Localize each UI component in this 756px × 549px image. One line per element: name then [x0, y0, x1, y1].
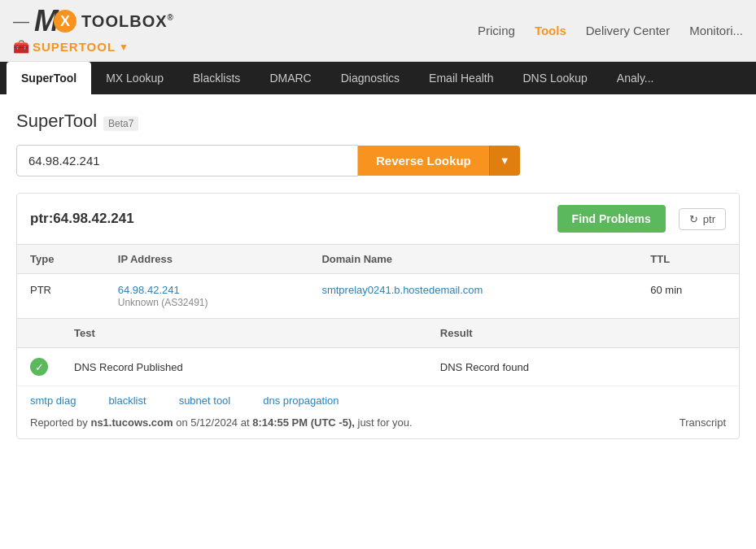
tab-dmarc[interactable]: DMARC	[255, 62, 326, 94]
test-name-cell: DNS Record Published	[61, 348, 427, 386]
test-result-cell: DNS Record found	[427, 348, 739, 386]
domain-link[interactable]: smtprelay0241.b.hostedemail.com	[321, 284, 483, 296]
test-table: Test Result ✓ DNS Record Published DNS R…	[17, 318, 739, 386]
report-text: Reported by ns1.tucows.com on 5/12/2024 …	[30, 416, 413, 429]
ptr-title: ptr:64.98.42.241	[30, 211, 134, 227]
footer-subnet-tool[interactable]: subnet tool	[179, 394, 231, 407]
ptr-refresh-button[interactable]: ↻ ptr	[679, 208, 726, 230]
tab-dns-lookup[interactable]: DNS Lookup	[508, 62, 601, 94]
find-problems-button[interactable]: Find Problems	[557, 205, 666, 233]
tab-blacklists[interactable]: Blacklists	[178, 62, 255, 94]
main-content: SuperTool Beta7 Reverse Lookup ▼ ptr:64.…	[0, 94, 756, 455]
cell-ttl: 60 min	[637, 274, 739, 319]
search-row: Reverse Lookup ▼	[16, 145, 740, 176]
header: — M X TOOLBOX® 🧰 SUPERTOOL ▼ Pricing Too…	[0, 0, 756, 62]
test-status-cell: ✓	[17, 348, 61, 386]
logo-toolbox-text: TOOLBOX®	[81, 12, 174, 31]
tab-email-health[interactable]: Email Health	[414, 62, 508, 94]
report-time: 8:14:55 PM (UTC -5),	[252, 416, 355, 429]
just-for-you-link[interactable]: just for you	[358, 416, 410, 429]
logo-area: — M X TOOLBOX®	[13, 7, 174, 36]
nav-monitoring[interactable]: Monitori...	[689, 24, 743, 37]
footer-links: smtp diag blacklist subnet tool dns prop…	[17, 386, 739, 412]
nav-delivery-center[interactable]: Delivery Center	[586, 24, 670, 37]
footer-blacklist[interactable]: blacklist	[108, 394, 146, 407]
page-title-text: SuperTool	[16, 111, 97, 132]
reverse-lookup-button[interactable]: Reverse Lookup	[358, 146, 489, 176]
ptr-badge-label: ptr	[703, 213, 715, 225]
tab-diagnostics[interactable]: Diagnostics	[326, 62, 414, 94]
ip-link[interactable]: 64.98.42.241	[118, 284, 180, 296]
beta-badge: Beta7	[103, 116, 138, 131]
page-title: SuperTool Beta7	[16, 111, 740, 132]
logo-dash-icon: —	[13, 12, 29, 31]
test-row: ✓ DNS Record Published DNS Record found	[17, 348, 739, 386]
col-type: Type	[17, 245, 105, 274]
lookup-btn-group: Reverse Lookup ▼	[358, 146, 520, 176]
supertool-label-area[interactable]: 🧰 SUPERTOOL ▼	[13, 39, 174, 54]
col-test: Test	[61, 319, 427, 348]
col-domain: Domain Name	[308, 245, 637, 274]
search-input[interactable]	[16, 145, 358, 176]
toolbox-label: TOOLBOX	[81, 12, 168, 30]
lookup-dropdown-button[interactable]: ▼	[489, 146, 520, 176]
col-ttl: TTL	[637, 245, 739, 274]
logo-reg: ®	[168, 13, 174, 22]
col-status-icon	[17, 319, 61, 348]
transcript-link[interactable]: Transcript	[680, 416, 726, 429]
ns-link: ns1.tucows.com	[90, 416, 173, 429]
col-ip: IP Address	[105, 245, 309, 274]
refresh-icon: ↻	[689, 213, 698, 225]
pass-icon: ✓	[30, 358, 48, 376]
logo-x-letter: X	[60, 13, 70, 30]
footer-report: Reported by ns1.tucows.com on 5/12/2024 …	[17, 412, 739, 438]
result-table: Type IP Address Domain Name TTL PTR 64.9…	[17, 244, 739, 318]
nav-tools[interactable]: Tools	[535, 24, 566, 37]
tab-bar: SuperTool MX Lookup Blacklists DMARC Dia…	[0, 62, 756, 94]
logo-x-circle: X	[54, 10, 76, 33]
ip-info: Unknown (AS32491)	[118, 297, 208, 308]
supertool-dropdown-arrow[interactable]: ▼	[119, 41, 129, 53]
cell-domain: smtprelay0241.b.hostedemail.com	[308, 274, 637, 319]
logo-mx: M X	[34, 7, 76, 36]
table-row: PTR 64.98.42.241 Unknown (AS32491) smtpr…	[17, 274, 739, 319]
footer-dns-propagation[interactable]: dns propagation	[263, 394, 339, 407]
supertool-label-text: SUPERTOOL	[33, 40, 116, 54]
cell-ip: 64.98.42.241 Unknown (AS32491)	[105, 274, 309, 319]
ptr-section: ptr:64.98.42.241 Find Problems ↻ ptr Typ…	[16, 193, 740, 439]
tab-mx-lookup[interactable]: MX Lookup	[91, 62, 178, 94]
footer-smtp-diag[interactable]: smtp diag	[30, 394, 76, 407]
nav-pricing[interactable]: Pricing	[478, 24, 515, 37]
ptr-header: ptr:64.98.42.241 Find Problems ↻ ptr	[17, 194, 739, 244]
tab-analyze[interactable]: Analy...	[602, 62, 669, 94]
cell-type: PTR	[17, 274, 105, 319]
tab-supertool[interactable]: SuperTool	[7, 62, 91, 94]
supertool-icon: 🧰	[13, 39, 29, 54]
nav-links: Pricing Tools Delivery Center Monitori..…	[478, 24, 743, 37]
col-result: Result	[427, 319, 739, 348]
